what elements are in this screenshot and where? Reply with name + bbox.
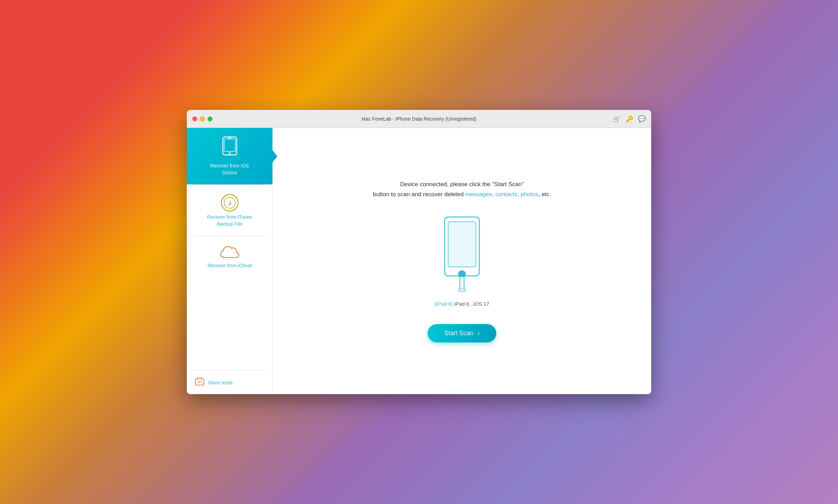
close-button[interactable] bbox=[192, 116, 197, 121]
content-area: Device connected, please click the "Star… bbox=[273, 128, 651, 394]
person-icon[interactable]: 🔑 bbox=[626, 115, 633, 123]
titlebar: Mac FoneLab - iPhone Data Recovery (Unre… bbox=[187, 110, 651, 128]
titlebar-icons: 🛒 🔑 💬 bbox=[613, 115, 646, 123]
svg-rect-7 bbox=[195, 379, 204, 385]
svg-rect-11 bbox=[448, 222, 476, 267]
app-window: Mac FoneLab - iPhone Data Recovery (Unre… bbox=[187, 110, 651, 394]
svg-rect-1 bbox=[224, 139, 235, 151]
maximize-button[interactable] bbox=[208, 116, 212, 121]
cart-icon[interactable]: 🛒 bbox=[613, 115, 621, 123]
ipad-svg bbox=[434, 214, 490, 297]
message-suffix: , etc. bbox=[538, 191, 551, 198]
sidebar: Recover from iOS Device ♪ Recover from i… bbox=[187, 128, 273, 394]
svg-point-2 bbox=[229, 153, 231, 155]
message-prefix: button to scan and recover deleted bbox=[373, 191, 465, 198]
window-controls bbox=[192, 116, 212, 121]
sidebar-item-itunes[interactable]: ♪ Recover from iTunes Backup File bbox=[187, 185, 272, 236]
message-text: Device connected, please click the "Star… bbox=[373, 180, 551, 200]
main-layout: Recover from iOS Device ♪ Recover from i… bbox=[187, 128, 651, 394]
device-info: (iPad 6) iPad 6...iOS 17 bbox=[435, 301, 489, 307]
more-tools-label: More tools bbox=[208, 380, 233, 385]
message-highlights: messages, contacts, photos bbox=[465, 191, 538, 198]
device-name-colored: (iPad 6) bbox=[435, 301, 453, 307]
svg-text:♪: ♪ bbox=[228, 199, 232, 207]
device-illustration: (iPad 6) iPad 6...iOS 17 bbox=[434, 214, 490, 307]
icloud-icon bbox=[219, 244, 241, 262]
chat-icon[interactable]: 💬 bbox=[638, 115, 646, 123]
itunes-icon: ♪ bbox=[220, 193, 239, 214]
sidebar-itunes-label: Recover from iTunes Backup File bbox=[207, 214, 252, 227]
sidebar-icloud-label: Recover from iCloud bbox=[208, 262, 252, 269]
svg-rect-13 bbox=[460, 277, 464, 290]
more-tools-item[interactable]: More tools bbox=[187, 371, 272, 394]
sidebar-item-icloud[interactable]: Recover from iCloud bbox=[187, 236, 272, 278]
sidebar-ios-label: Recover from iOS Device bbox=[210, 163, 249, 176]
svg-rect-14 bbox=[459, 289, 465, 291]
minimize-button[interactable] bbox=[200, 116, 205, 121]
ios-device-icon bbox=[221, 136, 239, 158]
window-title: Mac FoneLab - iPhone Data Recovery (Unre… bbox=[361, 116, 477, 122]
start-scan-label: Start Scan bbox=[444, 330, 473, 337]
message-line1: Device connected, please click the "Star… bbox=[373, 180, 551, 190]
start-scan-button[interactable]: Start Scan › bbox=[428, 324, 496, 342]
device-name-rest: iPad 6...iOS 17 bbox=[453, 301, 489, 307]
more-tools-icon bbox=[195, 377, 204, 387]
sidebar-item-ios[interactable]: Recover from iOS Device bbox=[187, 128, 272, 184]
svg-rect-0 bbox=[223, 137, 237, 155]
message-line2: button to scan and recover deleted messa… bbox=[373, 190, 551, 200]
arrow-right-icon: › bbox=[478, 330, 480, 337]
